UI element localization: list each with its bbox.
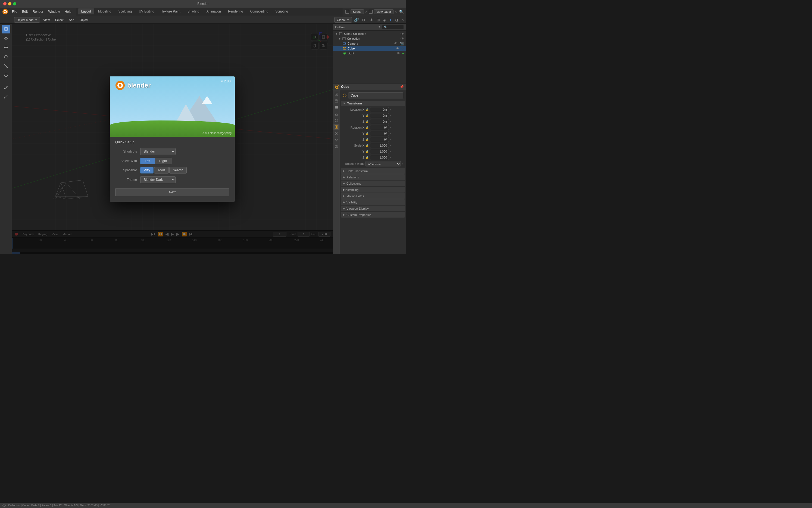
outliner-search-input[interactable]	[382, 25, 404, 29]
motion-paths-section[interactable]: ▶ Motion Paths	[341, 193, 405, 199]
physics-props-tab[interactable]	[333, 143, 339, 150]
outliner-filter-icon[interactable]: ▼	[378, 25, 381, 29]
measure-tool[interactable]	[2, 92, 10, 101]
view-menu[interactable]: View	[41, 17, 52, 22]
rot-y-lock[interactable]: 🔒	[366, 132, 369, 135]
menu-render[interactable]: Render	[31, 9, 45, 14]
transform-header[interactable]: ▼ Transform	[341, 100, 405, 106]
location-z-input[interactable]: 0m	[370, 119, 389, 124]
scale-z-input[interactable]: 1.000	[370, 155, 389, 160]
outliner-collection[interactable]: ▼ Collection 👁	[333, 36, 406, 41]
view-layer-props-tab[interactable]	[333, 104, 339, 111]
menu-edit[interactable]: Edit	[20, 9, 30, 14]
tab-layout[interactable]: Layout	[78, 8, 94, 14]
tab-animation[interactable]: Animation	[203, 8, 224, 14]
menu-file[interactable]: File	[10, 9, 19, 14]
solid-icon[interactable]: ●	[388, 17, 393, 23]
rotation-x-input[interactable]: 0°	[370, 125, 389, 130]
scale-x-input[interactable]: 1.000	[370, 143, 389, 148]
instancing-section[interactable]: ▶ Instancing	[341, 187, 405, 193]
object-name-input[interactable]: Cube	[348, 92, 403, 98]
rotation-mode-select[interactable]: XYZ Eu...	[366, 161, 401, 166]
xray-icon[interactable]: ◈	[382, 17, 387, 23]
splash-overlay[interactable]: blender v 2.80 cloud.blender.org/spring …	[12, 24, 333, 254]
loc-y-lock[interactable]: 🔒	[366, 114, 369, 117]
transform-dropdown[interactable]: Global ▼	[334, 17, 352, 23]
material-icon[interactable]: ◑	[394, 17, 399, 23]
select-tool[interactable]	[2, 25, 10, 34]
right-select-btn[interactable]: Right	[155, 158, 172, 164]
select-menu[interactable]: Select	[53, 17, 66, 22]
rotate-tool[interactable]	[2, 52, 10, 61]
outliner-camera[interactable]: Camera 👁 📷	[333, 41, 406, 46]
view-layer-name[interactable]: View Layer	[374, 9, 393, 14]
cube-visibility-icon[interactable]: 👁	[396, 46, 399, 50]
rotation-y-input[interactable]: 0°	[370, 131, 389, 136]
relations-section[interactable]: ▶ Relations	[341, 174, 405, 180]
outliner-scene-collection[interactable]: ▼ Scene Collection 👁	[333, 31, 406, 36]
scene-props-tab[interactable]	[333, 111, 339, 117]
delta-transform-section[interactable]: ▶ Delta Transform	[341, 168, 405, 174]
shortcuts-select[interactable]: Blender Maya 3ds Max	[140, 148, 176, 155]
tools-btn[interactable]: Tools	[154, 167, 169, 173]
outliner-cube[interactable]: Cube 👁 ⬡	[333, 46, 406, 51]
pin-icon[interactable]: 📌	[400, 85, 404, 89]
close-button[interactable]	[3, 2, 6, 5]
theme-select[interactable]: Blender Dark Blender Light	[140, 176, 176, 183]
output-props-tab[interactable]	[333, 98, 339, 104]
play-btn[interactable]: Play	[140, 167, 153, 173]
render-props-tab[interactable]	[333, 91, 339, 97]
view-mode-icon[interactable]: 👁	[369, 17, 375, 23]
snap-icon[interactable]: 🔗	[353, 17, 360, 23]
left-select-btn[interactable]: Left	[140, 158, 155, 164]
collection-visibility-icon[interactable]: 👁	[400, 37, 404, 41]
move-tool[interactable]	[2, 43, 10, 52]
scene-visibility-icon[interactable]: 👁	[400, 32, 404, 36]
tab-sculpting[interactable]: Sculpting	[115, 8, 135, 14]
scale-x-lock[interactable]: 🔒	[366, 144, 369, 147]
viewport-display-section[interactable]: ▶ Viewport Display	[341, 206, 405, 211]
particles-props-tab[interactable]	[333, 137, 339, 143]
tab-uv-editing[interactable]: UV Editing	[136, 8, 158, 14]
menu-help[interactable]: Help	[62, 9, 74, 14]
world-props-tab[interactable]	[333, 118, 339, 123]
loc-z-lock[interactable]: 🔒	[366, 120, 369, 123]
rotation-z-input[interactable]: 0°	[370, 137, 389, 142]
custom-properties-section[interactable]: ▶ Custom Properties	[341, 212, 405, 218]
scale-tool[interactable]	[2, 62, 10, 71]
tab-rendering[interactable]: Rendering	[225, 8, 246, 14]
tab-shading[interactable]: Shading	[184, 8, 203, 14]
search-btn[interactable]: Search	[169, 167, 187, 173]
object-menu[interactable]: Object	[78, 17, 91, 22]
scale-y-input[interactable]: 1.000	[370, 149, 389, 154]
cursor-tool[interactable]	[2, 34, 10, 43]
maximize-button[interactable]	[13, 2, 16, 5]
location-x-input[interactable]: 0m	[370, 107, 389, 112]
modifier-props-tab[interactable]	[333, 131, 339, 136]
rot-z-lock[interactable]: 🔒	[366, 138, 369, 141]
camera-visibility-icon[interactable]: 👁	[394, 42, 397, 45]
visibility-section[interactable]: ▶ Visibility	[341, 199, 405, 205]
minimize-button[interactable]	[8, 2, 11, 5]
tab-scripting[interactable]: Scripting	[272, 8, 291, 14]
viewport[interactable]: User Perspective (1) Collection | Cube	[12, 24, 333, 254]
loc-x-lock[interactable]: 🔒	[366, 108, 369, 111]
tab-compositing[interactable]: Compositing	[247, 8, 272, 14]
next-button[interactable]: Next	[115, 188, 229, 196]
scale-y-lock[interactable]: 🔒	[366, 150, 369, 153]
object-mode-dropdown[interactable]: Object Mode ▼	[14, 17, 40, 23]
collections-section[interactable]: ▶ Collections	[341, 180, 405, 186]
object-props-tab[interactable]	[333, 124, 339, 130]
search-icon[interactable]: 🔍	[399, 9, 404, 14]
menu-window[interactable]: Window	[46, 9, 62, 14]
annotate-tool[interactable]	[2, 83, 10, 92]
add-menu[interactable]: Add	[67, 17, 77, 22]
tab-texture-paint[interactable]: Texture Paint	[158, 8, 184, 14]
scale-z-lock[interactable]: 🔒	[366, 156, 369, 159]
scene-name[interactable]: Scene	[350, 9, 364, 14]
light-visibility-icon[interactable]: 👁	[397, 51, 400, 55]
outliner-light[interactable]: Light 👁 ●	[333, 51, 406, 56]
proportional-icon[interactable]: ⊙	[361, 17, 366, 23]
location-y-input[interactable]: 0m	[370, 113, 389, 118]
tab-modeling[interactable]: Modeling	[95, 8, 115, 14]
